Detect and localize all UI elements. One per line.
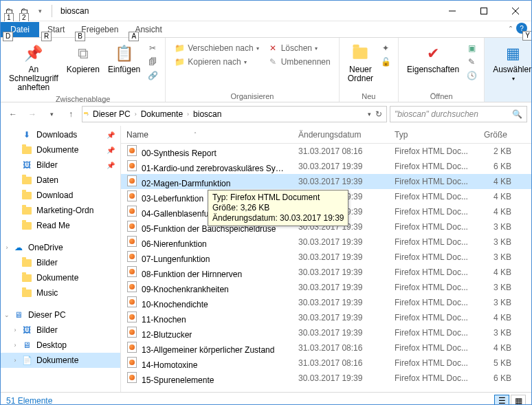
column-type[interactable]: Typ	[389, 130, 478, 140]
tab-start[interactable]: Start R	[39, 22, 73, 37]
column-date[interactable]: Änderungsdatum	[293, 130, 389, 140]
file-row[interactable]: 13-Allgemeiner körperlicher Zustand31.03…	[121, 340, 531, 355]
select-button[interactable]: ▦ Auswählen ▾	[489, 41, 532, 85]
html-file-icon	[126, 327, 137, 338]
search-box[interactable]: "bioscan" durchsuchen 🔍	[390, 106, 527, 122]
expand-icon[interactable]: ›	[12, 327, 19, 333]
tree-item[interactable]: Read Me	[1, 218, 120, 233]
file-row[interactable]: 15-Spurenelemente30.03.2017 19:39Firefox…	[121, 371, 531, 386]
forward-button[interactable]: →	[24, 106, 41, 122]
file-row[interactable]: 06-Nierenfunktion30.03.2017 19:39Firefox…	[121, 234, 531, 250]
tree-icon: 📄	[21, 355, 32, 366]
tree-icon: 🖥	[21, 340, 32, 351]
refresh-button[interactable]: ↻	[375, 109, 382, 119]
file-row[interactable]: 12-Blutzucker30.03.2017 19:39Firefox HTM…	[121, 325, 531, 340]
tree-item[interactable]: ›🖥Desktop	[1, 338, 120, 353]
dropdown-button[interactable]: ▾	[368, 111, 371, 118]
new-folder-button[interactable]: Neuer Ordner	[344, 41, 377, 85]
tree-item[interactable]: Daten	[1, 173, 120, 188]
paste-shortcut-button[interactable]: 🔗	[146, 69, 159, 82]
pin-to-quickaccess-button[interactable]: 📌 An Schnellzugriff anheften	[5, 41, 63, 94]
crumb-label: bioscan	[193, 109, 221, 119]
new-item-button[interactable]: ✦	[379, 42, 392, 54]
up-button[interactable]: ↑	[63, 106, 79, 122]
properties-button[interactable]: ✔ Eigenschaften	[403, 41, 463, 76]
copy-button[interactable]: ⧉ Kopieren	[63, 41, 104, 76]
tree-item[interactable]: ›📄Dokumente	[1, 353, 120, 368]
delete-button[interactable]: ✕Löschen ▾	[266, 42, 332, 54]
file-row[interactable]: 01-Kardio-und zerebrovaskuläres System30…	[121, 159, 531, 174]
cut-button[interactable]: ✂	[146, 42, 159, 54]
history-icon: 🕓	[466, 70, 477, 81]
tab-view[interactable]: Ansicht A	[126, 22, 170, 37]
expand-icon[interactable]: ›	[12, 342, 19, 349]
tree-item[interactable]: Dokumente	[1, 270, 120, 285]
breadcrumb-item[interactable]: Dieser PC	[91, 109, 132, 119]
edit-button[interactable]: ✎	[465, 56, 478, 68]
back-button[interactable]: ←	[5, 106, 21, 122]
rename-button[interactable]: ✎Umbenennen	[266, 56, 332, 68]
tab-file[interactable]: Datei D	[1, 22, 39, 37]
recent-locations-button[interactable]: ▾	[43, 106, 60, 122]
easy-access-button[interactable]: 🔓	[379, 56, 392, 68]
maximize-button[interactable]	[468, 1, 500, 21]
tree-item[interactable]: Marketing-Ordn	[1, 203, 120, 218]
file-row[interactable]: 10-Knochendichte30.03.2017 19:39Firefox …	[121, 295, 531, 310]
html-file-icon	[126, 342, 137, 353]
qat-dropdown[interactable]: ▾	[32, 3, 47, 19]
details-view-button[interactable]: ☰	[494, 395, 509, 406]
icons-view-button[interactable]: ▦	[511, 395, 526, 406]
file-row[interactable]: 00-Synthesis Report31.03.2017 08:16Firef…	[121, 144, 531, 159]
minimize-button[interactable]	[436, 1, 468, 21]
tree-icon	[21, 257, 32, 268]
file-date: 30.03.2017 19:39	[293, 298, 389, 307]
tree-item[interactable]: ⌄🖥Dieser PC	[1, 307, 120, 322]
qat-nav-back[interactable]: 🗀 1	[2, 3, 17, 19]
file-date: 30.03.2017 19:39	[293, 237, 389, 247]
file-row[interactable]: 09-Knochenkrankheiten30.03.2017 19:39Fir…	[121, 280, 531, 295]
tree-item[interactable]: ⬇Downloads📌	[1, 127, 120, 142]
tree-item[interactable]: Music	[1, 285, 120, 300]
tree-item[interactable]: 🖼Bilder📌	[1, 157, 120, 173]
copy-path-button[interactable]: 🗐	[146, 56, 159, 68]
copy-to-button[interactable]: 📁Kopieren nach ▾	[173, 56, 260, 68]
chevron-right-icon[interactable]: ›	[135, 111, 137, 118]
tree-item[interactable]: ›🖼Bilder	[1, 322, 120, 338]
history-button[interactable]: 🕓	[465, 69, 478, 82]
file-row[interactable]: 08-Funktion der Hirnnerven30.03.2017 19:…	[121, 265, 531, 280]
navigation-tree[interactable]: ⬇Downloads📌Dokumente📌🖼Bilder📌DatenDownlo…	[1, 126, 121, 392]
file-row[interactable]: 07-Lungenfunktion30.03.2017 19:39Firefox…	[121, 250, 531, 265]
open-button[interactable]: ▣	[465, 42, 478, 54]
breadcrumb-item[interactable]: Dokumente	[140, 109, 184, 119]
button-label: An Schnellzugriff anheften	[9, 65, 58, 92]
move-to-button[interactable]: 📁Verschieben nach ▾	[173, 42, 260, 54]
expand-icon[interactable]: ›	[3, 244, 10, 251]
file-row[interactable]: 11-Knochen30.03.2017 19:39Firefox HTML D…	[121, 310, 531, 325]
moveto-icon: 📁	[174, 43, 185, 54]
tree-item[interactable]: Download	[1, 188, 120, 203]
file-date: 30.03.2017 19:39	[293, 162, 389, 171]
file-size: 6 KB	[478, 373, 517, 383]
collapse-ribbon-button[interactable]: ˆ	[509, 25, 512, 35]
pin-icon: 📌	[107, 131, 115, 139]
expand-icon[interactable]: ⌄	[3, 311, 10, 318]
file-row[interactable]: 02-Magen-Darmfunktion30.03.2017 19:39Fir…	[121, 174, 531, 189]
expand-icon[interactable]: ›	[12, 357, 19, 364]
address-bar-row: ← → ▾ ↑ › Dieser PC › Dokumente › biosca…	[1, 102, 531, 126]
address-bar[interactable]: › Dieser PC › Dokumente › bioscan ▾ ↻	[82, 106, 387, 122]
ribbon-group-new: Neuer Ordner ✦ 🔓 Neu	[340, 38, 399, 102]
close-button[interactable]	[500, 1, 531, 21]
tree-label: Dokumente	[36, 273, 78, 283]
tab-share[interactable]: Freigeben B	[73, 22, 126, 37]
tree-item[interactable]: Dokumente📌	[1, 142, 120, 157]
chevron-right-icon[interactable]: ›	[187, 111, 189, 118]
paste-button[interactable]: 📋 Einfügen	[104, 41, 144, 76]
file-row[interactable]: 14-Homotoxine31.03.2017 08:16Firefox HTM…	[121, 355, 531, 371]
file-list-body[interactable]: Typ: Firefox HTML Document Größe: 3,26 K…	[121, 144, 531, 392]
column-size[interactable]: Größe	[478, 130, 517, 140]
column-name[interactable]: Name ˄	[121, 130, 293, 140]
breadcrumb-item[interactable]: bioscan	[192, 109, 223, 119]
tree-item[interactable]: ›☁OneDrive	[1, 240, 120, 255]
qat-properties[interactable]: 🗀 2	[17, 3, 32, 19]
tree-item[interactable]: Bilder	[1, 255, 120, 270]
